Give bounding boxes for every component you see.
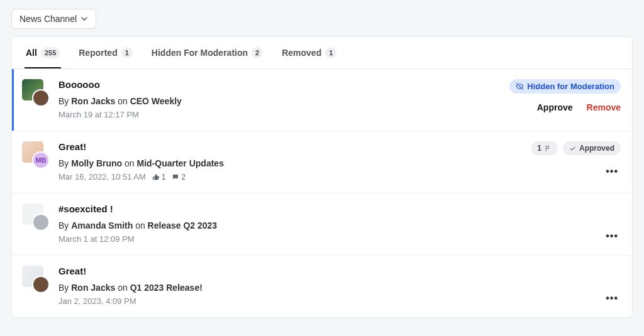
post-name: Q1 2023 Release!	[130, 283, 203, 293]
item-meta: By Amanda Smith on Release Q2 2023	[58, 220, 603, 230]
flag-icon	[545, 145, 552, 152]
item-body: Great! By Ron Jacks on Q1 2023 Release! …	[58, 266, 603, 306]
item-date: March 1 at 12:09 PM	[58, 234, 603, 244]
item-title: Great!	[58, 266, 603, 276]
item-meta: By Ron Jacks on Q1 2023 Release!	[58, 283, 603, 293]
item-date: Mar 16, 2022, 10:51 AM 1 2	[58, 172, 531, 182]
avatar: MB	[32, 151, 50, 169]
tab-hidden[interactable]: Hidden For Moderation 2	[150, 37, 264, 68]
item-title: Great!	[58, 141, 531, 152]
item-title: #soexcited !	[58, 203, 603, 214]
tab-label: Reported	[79, 48, 117, 58]
item-date: March 19 at 12:17 PM	[58, 110, 509, 119]
item-right: •••	[603, 203, 621, 244]
item-body: Great! By Molly Bruno on Mid-Quarter Upd…	[58, 141, 531, 182]
chevron-down-icon	[80, 15, 88, 23]
item-thumbs	[22, 203, 50, 244]
channel-select-label: News Channel	[19, 14, 77, 24]
avatar	[32, 214, 50, 231]
item-right: •••	[603, 266, 621, 306]
item-date: Jan 2, 2023, 4:09 PM	[58, 296, 603, 306]
item-meta: By Molly Bruno on Mid-Quarter Updates	[58, 158, 531, 168]
tab-removed[interactable]: Removed 1	[280, 37, 338, 68]
comment-icon	[172, 173, 179, 181]
more-button[interactable]: •••	[603, 291, 621, 306]
item-thumbs: MB	[22, 141, 50, 182]
tabs: All 255 Reported 1 Hidden For Moderation…	[12, 37, 632, 69]
remove-button[interactable]: Remove	[587, 102, 621, 112]
item-thumbs	[22, 79, 50, 119]
author: Molly Bruno	[71, 158, 122, 168]
tab-all[interactable]: All 255	[25, 37, 61, 68]
thumbs-up-icon	[152, 173, 160, 181]
avatar	[32, 276, 50, 293]
moderation-panel: All 255 Reported 1 Hidden For Moderation…	[11, 36, 633, 318]
flags-chip[interactable]: 1	[531, 141, 558, 155]
channel-select[interactable]: News Channel	[11, 9, 96, 29]
approve-button[interactable]: Approve	[537, 102, 573, 112]
approved-chip: Approved	[563, 141, 621, 155]
item-actions: Approve Remove	[537, 102, 621, 112]
list-item[interactable]: #soexcited ! By Amanda Smith on Release …	[12, 193, 632, 256]
item-right: 1 Approved •••	[531, 141, 621, 182]
check-icon	[569, 145, 576, 152]
tab-label: Removed	[282, 48, 321, 58]
avatar	[32, 89, 50, 107]
tab-label: Hidden For Moderation	[152, 48, 248, 58]
tab-count: 1	[121, 47, 133, 58]
item-body: #soexcited ! By Amanda Smith on Release …	[58, 203, 603, 244]
tab-reported[interactable]: Reported 1	[77, 37, 134, 68]
post-name: Release Q2 2023	[148, 220, 218, 230]
list-item[interactable]: Great! By Ron Jacks on Q1 2023 Release! …	[12, 256, 632, 317]
post-name: CEO Weekly	[130, 96, 182, 106]
post-name: Mid-Quarter Updates	[136, 158, 223, 168]
author: Ron Jacks	[71, 96, 115, 106]
item-title: Boooooo	[58, 79, 509, 90]
more-button[interactable]: •••	[603, 164, 621, 179]
status-badge: Hidden for Moderation	[509, 79, 621, 94]
replies-stat: 2	[172, 173, 186, 182]
item-thumbs	[22, 266, 50, 306]
author: Amanda Smith	[71, 220, 133, 230]
item-body: Boooooo By Ron Jacks on CEO Weekly March…	[58, 79, 509, 119]
list-item[interactable]: Boooooo By Ron Jacks on CEO Weekly March…	[12, 69, 632, 131]
item-meta: By Ron Jacks on CEO Weekly	[58, 96, 509, 106]
likes-stat: 1	[152, 173, 166, 182]
tab-count: 255	[41, 47, 60, 58]
tab-count: 1	[325, 47, 336, 58]
list-item[interactable]: MB Great! By Molly Bruno on Mid-Quarter …	[12, 131, 632, 193]
author: Ron Jacks	[71, 283, 115, 293]
tab-count: 2	[252, 47, 263, 58]
more-button[interactable]: •••	[603, 229, 621, 244]
item-right: Hidden for Moderation Approve Remove	[509, 79, 621, 119]
eye-off-icon	[516, 82, 524, 90]
tab-label: All	[26, 48, 37, 58]
